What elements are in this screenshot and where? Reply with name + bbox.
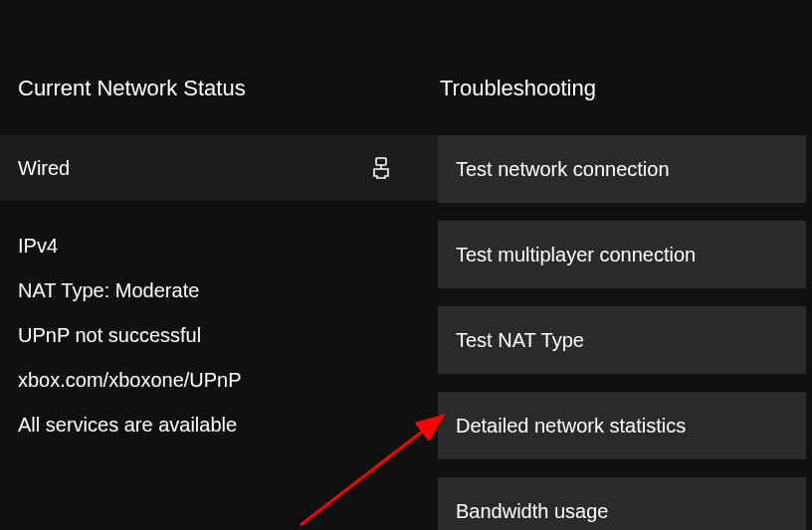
- test-nat-type[interactable]: Test NAT Type: [438, 306, 806, 374]
- bandwidth-usage[interactable]: Bandwidth usage: [438, 477, 806, 530]
- ts-item-label: Detailed network statistics: [456, 415, 686, 438]
- detailed-network-statistics[interactable]: Detailed network statistics: [438, 392, 806, 459]
- status-ip: IPv4: [18, 235, 438, 258]
- status-title: Current Network Status: [18, 76, 438, 101]
- connection-type-row[interactable]: Wired: [0, 135, 438, 201]
- current-status-panel: Current Network Status Wired IPv4 NAT Ty…: [0, 76, 438, 530]
- ts-item-label: Bandwidth usage: [456, 500, 608, 523]
- troubleshooting-title: Troubleshooting: [438, 76, 806, 101]
- test-multiplayer-connection[interactable]: Test multiplayer connection: [438, 221, 806, 288]
- ethernet-icon: [372, 157, 390, 179]
- status-url: xbox.com/xboxone/UPnP: [18, 369, 438, 392]
- status-services: All services are available: [18, 414, 438, 437]
- svg-rect-0: [376, 158, 386, 165]
- status-nat: NAT Type: Moderate: [18, 279, 438, 302]
- troubleshooting-panel: Troubleshooting Test network connection …: [438, 76, 812, 530]
- ts-item-label: Test NAT Type: [456, 329, 584, 352]
- troubleshooting-list: Test network connection Test multiplayer…: [438, 135, 806, 530]
- ts-item-label: Test network connection: [456, 158, 670, 181]
- test-network-connection[interactable]: Test network connection: [438, 135, 806, 203]
- ts-item-label: Test multiplayer connection: [456, 244, 696, 266]
- status-upnp: UPnP not successful: [18, 324, 438, 347]
- connection-type-label: Wired: [18, 157, 70, 180]
- network-settings: Current Network Status Wired IPv4 NAT Ty…: [0, 0, 812, 530]
